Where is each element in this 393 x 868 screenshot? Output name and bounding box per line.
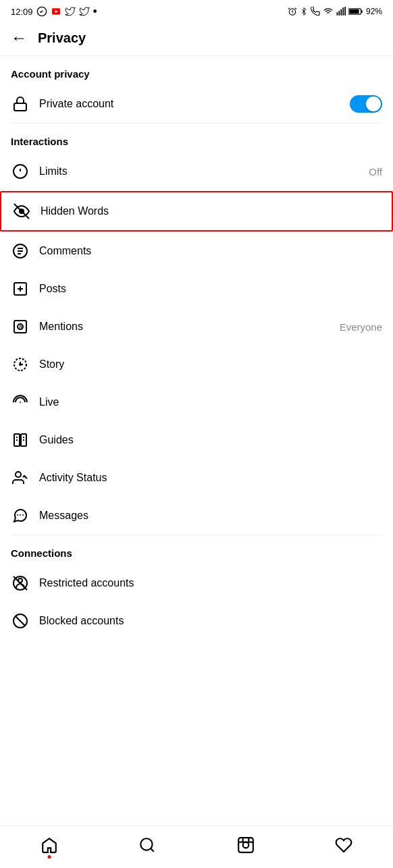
restricted-icon bbox=[11, 574, 30, 593]
svg-rect-7 bbox=[342, 7, 344, 16]
svg-rect-12 bbox=[14, 103, 26, 111]
live-label: Live bbox=[39, 396, 382, 408]
private-account-label: Private account bbox=[39, 98, 350, 110]
messages-label: Messages bbox=[39, 510, 382, 522]
nav-home[interactable] bbox=[32, 833, 66, 857]
svg-line-43 bbox=[151, 848, 154, 852]
app-icon-3 bbox=[65, 6, 76, 17]
app-icon-1 bbox=[36, 6, 47, 17]
page-header: ← Privacy bbox=[0, 20, 393, 56]
live-item[interactable]: Live bbox=[0, 383, 393, 421]
page-title: Privacy bbox=[38, 30, 86, 46]
svg-rect-44 bbox=[238, 838, 253, 852]
svg-rect-6 bbox=[340, 9, 342, 16]
limits-item[interactable]: Limits Off bbox=[0, 153, 393, 190]
lock-icon bbox=[11, 94, 30, 113]
svg-rect-5 bbox=[338, 11, 340, 16]
mentions-icon: a bbox=[11, 317, 30, 336]
activity-icon bbox=[11, 468, 30, 487]
svg-text:a: a bbox=[19, 323, 23, 331]
connections-section: Connections Restricted accounts Blocked … bbox=[0, 535, 393, 640]
back-button[interactable]: ← bbox=[11, 28, 27, 47]
comments-item[interactable]: Comments bbox=[0, 232, 393, 270]
heart-icon bbox=[335, 836, 352, 854]
svg-rect-10 bbox=[361, 10, 363, 13]
alarm-icon bbox=[288, 7, 297, 16]
limits-icon bbox=[11, 162, 30, 181]
private-account-toggle[interactable] bbox=[350, 95, 382, 113]
app-icon-4 bbox=[79, 6, 90, 17]
battery-label: 92% bbox=[366, 7, 382, 16]
mentions-value: Everyone bbox=[340, 321, 382, 333]
posts-icon bbox=[11, 279, 30, 298]
posts-item[interactable]: Posts bbox=[0, 270, 393, 308]
status-time: 12:09 • bbox=[11, 5, 97, 18]
svg-rect-11 bbox=[349, 9, 359, 13]
guides-icon bbox=[11, 431, 30, 450]
signal-icon bbox=[336, 7, 346, 16]
wifi-icon bbox=[323, 7, 334, 16]
account-privacy-label: Account privacy bbox=[0, 56, 393, 85]
search-icon bbox=[138, 836, 156, 854]
bottom-navigation bbox=[0, 825, 393, 868]
nav-activity[interactable] bbox=[327, 833, 361, 857]
bottom-spacer bbox=[0, 640, 393, 694]
reels-icon bbox=[237, 836, 255, 854]
svg-line-41 bbox=[16, 616, 25, 626]
svg-point-42 bbox=[141, 838, 153, 850]
guides-item[interactable]: Guides bbox=[0, 421, 393, 459]
interactions-label: Interactions bbox=[0, 124, 393, 153]
hidden-words-item[interactable]: Hidden Words bbox=[0, 191, 393, 232]
svg-point-36 bbox=[16, 472, 21, 477]
toggle-thumb bbox=[366, 97, 381, 111]
private-account-item[interactable]: Private account bbox=[0, 85, 393, 123]
limits-label: Limits bbox=[39, 165, 369, 178]
story-item[interactable]: Story bbox=[0, 346, 393, 383]
posts-label: Posts bbox=[39, 283, 382, 295]
svg-rect-8 bbox=[344, 7, 346, 16]
messages-item[interactable]: Messages bbox=[0, 497, 393, 535]
limits-value: Off bbox=[369, 166, 382, 178]
dot-indicator: • bbox=[93, 5, 97, 18]
hidden-words-icon bbox=[12, 202, 31, 221]
svg-point-29 bbox=[20, 402, 21, 403]
status-icons: 92% bbox=[288, 7, 382, 16]
activity-status-item[interactable]: Activity Status bbox=[0, 459, 393, 497]
comment-icon bbox=[11, 242, 30, 261]
hidden-words-label: Hidden Words bbox=[41, 205, 381, 217]
time-label: 12:09 bbox=[11, 7, 33, 17]
blocked-accounts-item[interactable]: Blocked accounts bbox=[0, 602, 393, 640]
interactions-section: Interactions Limits Off Hidden Words bbox=[0, 124, 393, 535]
messages-icon bbox=[11, 506, 30, 525]
account-privacy-section: Account privacy Private account bbox=[0, 56, 393, 124]
story-icon bbox=[11, 355, 30, 374]
mentions-item[interactable]: a Mentions Everyone bbox=[0, 308, 393, 346]
nav-search[interactable] bbox=[130, 833, 164, 857]
restricted-accounts-item[interactable]: Restricted accounts bbox=[0, 564, 393, 602]
activity-status-label: Activity Status bbox=[39, 472, 382, 484]
story-label: Story bbox=[39, 358, 382, 371]
guides-label: Guides bbox=[39, 434, 382, 446]
status-bar: 12:09 • 92% bbox=[0, 0, 393, 20]
live-icon bbox=[11, 393, 30, 412]
battery-icon bbox=[348, 7, 363, 16]
home-notification-dot bbox=[47, 855, 51, 859]
bluetooth-icon bbox=[300, 7, 308, 16]
call-icon bbox=[311, 7, 320, 16]
blocked-icon bbox=[11, 612, 30, 630]
svg-point-28 bbox=[20, 364, 21, 365]
restricted-accounts-label: Restricted accounts bbox=[39, 577, 382, 589]
mentions-label: Mentions bbox=[39, 321, 340, 333]
nav-reels[interactable] bbox=[229, 833, 263, 857]
comments-label: Comments bbox=[39, 245, 382, 257]
svg-rect-4 bbox=[337, 12, 338, 16]
connections-label: Connections bbox=[0, 535, 393, 564]
app-icon-2 bbox=[51, 6, 61, 17]
home-icon bbox=[41, 836, 58, 854]
svg-point-45 bbox=[242, 842, 248, 848]
blocked-accounts-label: Blocked accounts bbox=[39, 615, 382, 627]
